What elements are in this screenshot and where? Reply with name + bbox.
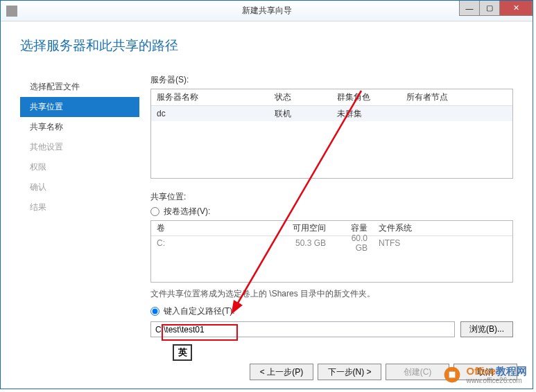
- main-panel: 服务器(S): 服务器名称 状态 群集角色 所有者节点 dc 联机 未群集: [139, 74, 513, 344]
- radio-by-volume-label: 按卷选择(V):: [164, 206, 210, 217]
- minimize-button[interactable]: —: [459, 1, 480, 16]
- close-button[interactable]: ✕: [499, 1, 533, 16]
- step-other: 其他设置: [20, 137, 139, 157]
- col-cluster-role[interactable]: 群集角色: [331, 91, 401, 103]
- svg-rect-2: [449, 372, 456, 378]
- watermark-brand1: Office: [466, 365, 496, 377]
- servers-label: 服务器(S):: [150, 74, 513, 86]
- servers-table[interactable]: 服务器名称 状态 群集角色 所有者节点 dc 联机 未群集: [150, 89, 513, 179]
- watermark-url: www.office26.com: [466, 377, 527, 384]
- page-title: 选择服务器和此共享的路径: [20, 37, 513, 55]
- previous-button[interactable]: < 上一步(P): [250, 364, 313, 380]
- browse-button[interactable]: 浏览(B)...: [460, 321, 513, 337]
- servers-header: 服务器名称 状态 群集角色 所有者节点: [151, 89, 512, 106]
- watermark-brand2: 教程网: [496, 365, 527, 377]
- ime-indicator[interactable]: 英: [173, 344, 192, 361]
- step-profile[interactable]: 选择配置文件: [20, 77, 139, 97]
- step-confirm: 确认: [20, 177, 139, 197]
- create-button: 创建(C): [386, 364, 449, 380]
- step-location[interactable]: 共享位置: [20, 97, 139, 117]
- col-volume[interactable]: 卷: [151, 222, 283, 234]
- radio-custom-path-label: 键入自定义路径(T):: [164, 305, 235, 317]
- col-free-space[interactable]: 可用空间: [283, 222, 331, 234]
- col-server-name[interactable]: 服务器名称: [151, 91, 269, 103]
- server-row[interactable]: dc 联机 未群集: [151, 106, 512, 121]
- app-icon: [6, 6, 17, 17]
- step-sharename[interactable]: 共享名称: [20, 117, 139, 137]
- share-location-label: 共享位置:: [150, 191, 513, 203]
- col-status[interactable]: 状态: [269, 91, 331, 103]
- titlebar: 新建共享向导 — ▢ ✕: [1, 1, 533, 21]
- col-filesystem[interactable]: 文件系统: [373, 222, 429, 234]
- step-result: 结果: [20, 197, 139, 217]
- volume-table[interactable]: 卷 可用空间 容量 文件系统 C: 50.3 GB 60.0 GB NTFS: [150, 220, 513, 283]
- watermark: Office教程网 www.office26.com: [442, 365, 527, 384]
- radio-by-volume-row[interactable]: 按卷选择(V):: [150, 206, 513, 217]
- step-permissions: 权限: [20, 157, 139, 177]
- office-logo-icon: [442, 365, 462, 384]
- maximize-button[interactable]: ▢: [479, 1, 500, 16]
- radio-by-volume[interactable]: [150, 207, 159, 216]
- helper-text: 文件共享位置将成为选定卷上的 \Shares 目录中的新文件夹。: [150, 288, 513, 300]
- col-capacity[interactable]: 容量: [331, 222, 373, 234]
- radio-custom-path[interactable]: [150, 307, 159, 316]
- wizard-window: 新建共享向导 — ▢ ✕ 选择服务器和此共享的路径 选择配置文件 共享位置 共享…: [0, 0, 533, 389]
- radio-custom-path-row[interactable]: 键入自定义路径(T):: [150, 305, 513, 317]
- volume-row[interactable]: C: 50.3 GB 60.0 GB NTFS: [151, 236, 512, 250]
- next-button[interactable]: 下一步(N) >: [318, 364, 381, 380]
- wizard-steps-sidebar: 选择配置文件 共享位置 共享名称 其他设置 权限 确认 结果: [20, 74, 139, 344]
- window-title: 新建共享向导: [242, 5, 292, 17]
- col-owner-node[interactable]: 所有者节点: [401, 91, 512, 103]
- custom-path-input[interactable]: [150, 321, 455, 337]
